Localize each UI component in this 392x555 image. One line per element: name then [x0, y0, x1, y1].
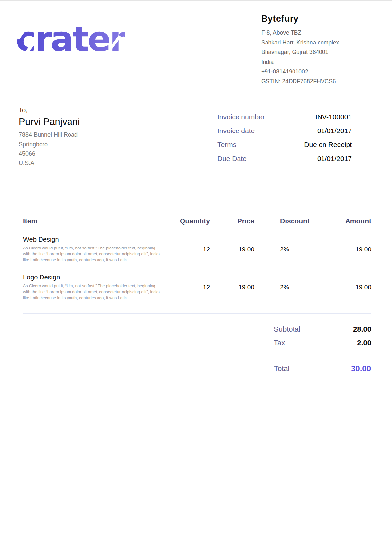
subtotal-label: Subtotal — [274, 325, 300, 334]
column-header-amount: Amount — [315, 217, 371, 225]
bill-to-block: To, Purvi Panjvani 7884 Bunnel Hill Road… — [19, 106, 80, 168]
table-row: Web Design As Cicero would put it, “Um, … — [23, 225, 371, 263]
invoice-meta-block: Invoice number INV-100001 Invoice date 0… — [217, 106, 352, 168]
column-header-quantity: Quanitity — [173, 217, 210, 225]
company-address-line: F-8, Above TBZ — [261, 28, 372, 38]
crater-logo: crater — [16, 22, 125, 57]
invoice-number-value: INV-100001 — [315, 113, 352, 121]
tax-label: Tax — [274, 339, 285, 347]
customer-address-line: Springboro — [19, 140, 80, 149]
items-table-header: Item Quanitity Price Discount Amount — [23, 217, 371, 225]
logo-cut-decoration — [109, 35, 121, 50]
terms-label: Terms — [217, 141, 236, 149]
item-quantity: 12 — [173, 284, 210, 291]
company-address-line: Bhavnagar, Gujrat 364001 — [261, 47, 372, 57]
item-name: Logo Design — [23, 274, 173, 281]
billing-section: To, Purvi Panjvani 7884 Bunnel Hill Road… — [0, 100, 392, 168]
logo-cut-decoration — [16, 24, 29, 40]
customer-address-line: U.S.A — [19, 159, 80, 168]
invoice-date-row: Invoice date 01/01/2017 — [217, 127, 352, 141]
item-quantity: 12 — [173, 246, 210, 253]
bill-to-label: To, — [19, 106, 80, 114]
item-cell: Logo Design As Cicero would put it, “Um,… — [23, 274, 173, 301]
customer-address-line: 7884 Bunnel Hill Road — [19, 130, 80, 140]
company-name: Bytefury — [261, 14, 372, 24]
table-divider — [23, 313, 371, 314]
logo-cut-decoration — [22, 42, 35, 57]
items-table: Item Quanitity Price Discount Amount Web… — [0, 217, 392, 379]
company-address-line: India — [261, 57, 372, 67]
totals-block: Subtotal 28.00 Tax 2.00 Total 30.00 — [268, 322, 377, 379]
column-header-discount: Discount — [254, 217, 315, 225]
company-block: Bytefury F-8, Above TBZ Sahkari Hart, Kr… — [261, 13, 372, 86]
customer-name: Purvi Panjvani — [19, 116, 80, 127]
invoice-number-row: Invoice number INV-100001 — [217, 113, 352, 127]
due-date-label: Due Date — [217, 155, 247, 162]
item-description: As Cicero would put it, “Um, not so fast… — [23, 283, 161, 301]
item-discount: 2% — [254, 246, 315, 253]
item-amount: 19.00 — [315, 246, 371, 253]
subtotal-value: 28.00 — [353, 325, 371, 334]
total-value: 30.00 — [351, 364, 371, 373]
due-date-row: Due Date 01/01/2017 — [217, 155, 352, 168]
company-address-line: Sahkari Hart, Krishna complex — [261, 38, 372, 48]
item-amount: 19.00 — [315, 284, 371, 291]
invoice-date-value: 01/01/2017 — [317, 127, 352, 135]
company-phone: +91-08141901002 — [261, 67, 372, 77]
company-gstin: GSTIN: 24DDF7682FHVCS6 — [261, 77, 372, 87]
item-price: 19.00 — [210, 284, 254, 291]
invoice-header: crater Bytefury F-8, Above TBZ Sahkari H… — [0, 1, 392, 100]
terms-value: Due on Receipt — [304, 141, 352, 149]
total-label: Total — [274, 365, 289, 373]
item-description: As Cicero would put it, “Um, not so fast… — [23, 246, 161, 263]
column-header-item: Item — [23, 217, 173, 225]
item-discount: 2% — [254, 284, 315, 291]
tax-row: Tax 2.00 — [268, 336, 377, 350]
table-row: Logo Design As Cicero would put it, “Um,… — [23, 263, 371, 301]
invoice-number-label: Invoice number — [217, 113, 265, 121]
item-name: Web Design — [23, 236, 173, 243]
customer-address-line: 45066 — [19, 149, 80, 159]
item-cell: Web Design As Cicero would put it, “Um, … — [23, 236, 173, 263]
item-price: 19.00 — [210, 246, 254, 253]
total-box: Total 30.00 — [268, 359, 377, 379]
due-date-value: 01/01/2017 — [317, 155, 352, 162]
terms-row: Terms Due on Receipt — [217, 141, 352, 155]
column-header-price: Price — [210, 217, 254, 225]
tax-value: 2.00 — [357, 339, 371, 347]
subtotal-row: Subtotal 28.00 — [268, 322, 377, 336]
invoice-date-label: Invoice date — [217, 127, 255, 135]
